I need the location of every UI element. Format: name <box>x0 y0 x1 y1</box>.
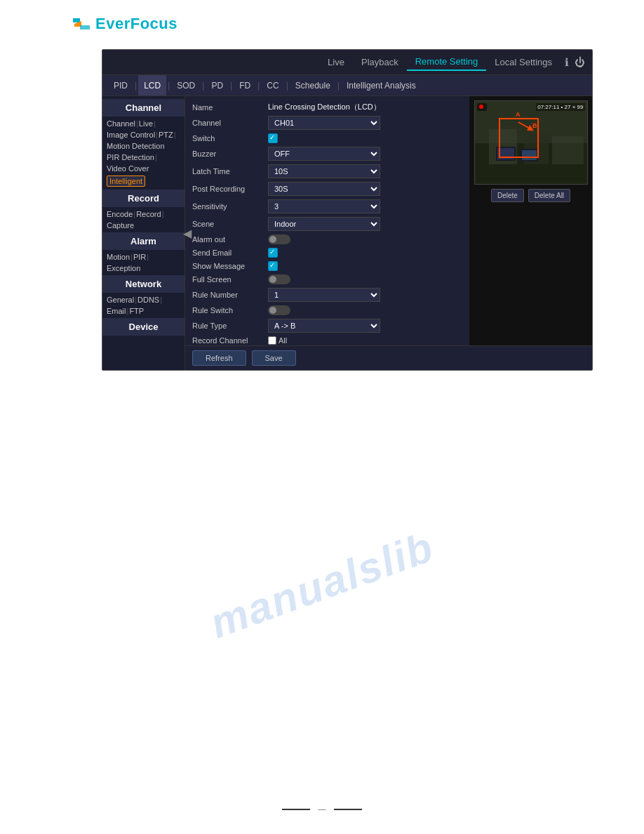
tab-local-settings[interactable]: Local Settings <box>486 54 561 70</box>
select-buzzer[interactable]: OFFON <box>268 147 380 161</box>
sidebar-link-motion-detection[interactable]: Motion Detection <box>107 142 165 150</box>
sidebar: ◀ Channel Channel | Live | Image Control… <box>102 96 185 370</box>
tab-remote-setting[interactable]: Remote Setting <box>407 53 487 71</box>
sidebar-section-network: Network General | DDNS | Email | FTP <box>102 275 185 317</box>
label-record-channel: Record Channel <box>192 336 268 345</box>
sidebar-link-motion[interactable]: Motion <box>107 253 130 261</box>
sidebar-link-live[interactable]: Live <box>139 119 153 128</box>
info-icon[interactable]: ℹ <box>565 56 569 69</box>
rec-indicator <box>477 103 487 111</box>
toggle-show-message[interactable] <box>268 261 278 271</box>
top-nav: Live Playback Remote Setting Local Setti… <box>102 50 592 75</box>
logo-part2: Focus <box>130 15 177 32</box>
sidebar-link-capture[interactable]: Capture <box>107 221 134 230</box>
delete-button[interactable]: Delete <box>491 189 524 202</box>
select-latch-time[interactable]: 5S10S15S <box>268 164 380 178</box>
subtab-intelligent-analysis[interactable]: Intelligent Analysis <box>341 75 422 95</box>
sidebar-link-general[interactable]: General <box>107 296 134 304</box>
subtab-lcd[interactable]: LCD <box>138 75 166 95</box>
toggle-alarm-out[interactable] <box>268 234 290 244</box>
tab-playback[interactable]: Playback <box>353 54 407 70</box>
main-content: ◀ Channel Channel | Live | Image Control… <box>102 96 592 370</box>
sidebar-link-exception[interactable]: Exception <box>107 264 140 272</box>
select-post-recording[interactable]: 10S20S30S <box>268 182 380 196</box>
sep4: | <box>229 81 234 91</box>
form-row-channel: Channel CH01CH02CH03CH04 <box>192 116 462 130</box>
sidebar-link-video-cover[interactable]: Video Cover <box>107 164 149 173</box>
cam-timestamp: 07:27:11 • 27 × 99 <box>536 103 584 111</box>
preview-buttons: Delete Delete All <box>491 189 570 202</box>
form-row-buzzer: Buzzer OFFON <box>192 147 462 161</box>
sidebar-link-ptz[interactable]: PTZ <box>159 131 173 139</box>
subtab-sod[interactable]: SOD <box>171 75 201 95</box>
sep5: | <box>256 81 261 91</box>
sep1: | <box>133 81 138 91</box>
page-marker: — <box>318 805 326 813</box>
label-show-message: Show Message <box>192 262 268 270</box>
sidebar-section-channel: Channel Channel | Live | Image Control |… <box>102 99 185 188</box>
sidebar-link-intelligent[interactable]: Intelligent <box>107 176 145 187</box>
subtab-pid[interactable]: PID <box>108 75 133 95</box>
subtab-fd[interactable]: FD <box>234 75 256 95</box>
form-row-full-screen: Full Screen <box>192 274 462 284</box>
delete-all-button[interactable]: Delete All <box>528 189 570 202</box>
sidebar-link-ddns[interactable]: DDNS <box>137 296 159 304</box>
select-scene[interactable]: IndoorOutdoor <box>268 217 380 231</box>
power-icon[interactable]: ⏻ <box>575 56 585 68</box>
sidebar-link-pir[interactable]: PIR <box>133 253 146 261</box>
form-row-latch-time: Latch Time 5S10S15S <box>192 164 462 178</box>
sidebar-title-device: Device <box>102 318 185 336</box>
sidebar-link-record[interactable]: Record <box>136 210 161 218</box>
select-rule-number[interactable]: 1234 <box>268 288 380 302</box>
sidebar-link-email[interactable]: Email <box>107 307 126 315</box>
tab-live[interactable]: Live <box>319 54 353 70</box>
form-row-rule-number: Rule Number 1234 <box>192 288 462 302</box>
select-rule-type[interactable]: A -> BB -> AA <-> B <box>268 319 380 333</box>
toggle-full-screen[interactable] <box>268 274 290 284</box>
sidebar-section-alarm: Alarm Motion | PIR | Exception <box>102 232 185 274</box>
sidebar-link-image-control[interactable]: Image Control <box>107 131 155 139</box>
label-latch-time: Latch Time <box>192 167 268 176</box>
subtab-cc[interactable]: CC <box>261 75 284 95</box>
label-switch: Switch <box>192 134 268 143</box>
page-line-2 <box>334 809 362 810</box>
label-rule-number: Rule Number <box>192 291 268 299</box>
toggle-rule-switch[interactable] <box>268 305 290 315</box>
switch-toggle[interactable] <box>268 133 278 143</box>
sidebar-link-ftp[interactable]: FTP <box>129 307 144 315</box>
checkbox-record-channel-all[interactable] <box>268 336 276 345</box>
subtab-schedule[interactable]: Schedule <box>290 75 336 95</box>
sidebar-link-encode[interactable]: Encode <box>107 210 133 218</box>
sidebar-links-channel2: Image Control | PTZ | <box>102 129 185 140</box>
toggle-send-email[interactable] <box>268 248 278 258</box>
value-name: Line Crossing Detection（LCD） <box>268 102 462 112</box>
subtab-pd[interactable]: PD <box>206 75 229 95</box>
label-send-email: Send Email <box>192 249 268 257</box>
camera-preview-panel: A B <box>469 96 592 345</box>
sep7: | <box>336 81 341 91</box>
sep2: | <box>166 81 171 91</box>
form-row-record-channel: Record Channel All <box>192 336 462 345</box>
settings-panel: Name Line Crossing Detection（LCD） Channe… <box>185 96 469 345</box>
page-line <box>282 809 310 810</box>
sidebar-arrow[interactable]: ◀ <box>183 227 192 240</box>
select-sensitivity[interactable]: 12345 <box>268 199 380 213</box>
sidebar-links-channel: Channel | Live | <box>102 118 185 129</box>
svg-rect-9 <box>522 150 537 160</box>
refresh-button[interactable]: Refresh <box>192 350 246 366</box>
select-channel[interactable]: CH01CH02CH03CH04 <box>268 116 380 130</box>
sidebar-link-pir-detection[interactable]: PIR Detection <box>107 153 154 161</box>
watermark: manualslib <box>204 522 441 648</box>
rec-dot <box>479 105 483 109</box>
form-row-alarm-out: Alarm out <box>192 234 462 244</box>
logo-text: EverFocus <box>95 15 177 33</box>
label-name: Name <box>192 103 268 112</box>
sidebar-title-channel: Channel <box>102 99 185 117</box>
record-channel-all[interactable]: All <box>268 336 287 345</box>
label-post-recording: Post Recording <box>192 185 268 193</box>
form-row-send-email: Send Email <box>192 248 462 258</box>
sep6: | <box>285 81 290 91</box>
sidebar-link-channel[interactable]: Channel <box>107 119 135 128</box>
settings-and-preview: Name Line Crossing Detection（LCD） Channe… <box>185 96 592 370</box>
save-button[interactable]: Save <box>252 350 296 366</box>
